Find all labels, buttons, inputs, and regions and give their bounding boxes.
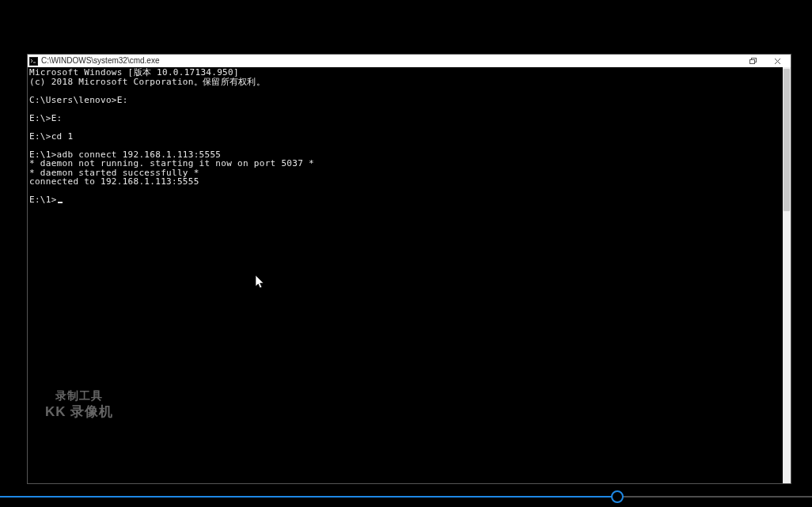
titlebar[interactable]: C:\WINDOWS\system32\cmd.exe <box>28 55 791 67</box>
cmd-window: C:\WINDOWS\system32\cmd.exe Microsoft Wi… <box>27 54 791 484</box>
window-title: C:\WINDOWS\system32\cmd.exe <box>41 55 159 67</box>
video-progress-filled <box>0 496 617 498</box>
close-button[interactable] <box>765 55 789 67</box>
text-cursor <box>58 202 63 203</box>
terminal-content[interactable]: Microsoft Windows [版本 10.0.17134.950] (c… <box>28 67 783 483</box>
video-progress-handle[interactable] <box>611 490 624 503</box>
svg-rect-4 <box>750 59 755 63</box>
terminal-area[interactable]: Microsoft Windows [版本 10.0.17134.950] (c… <box>28 67 791 483</box>
restore-button[interactable] <box>742 55 765 67</box>
svg-rect-1 <box>30 58 37 65</box>
restore-icon <box>749 58 757 65</box>
scrollbar-thumb[interactable] <box>784 69 790 211</box>
watermark-line2: KK 录像机 <box>45 403 113 420</box>
watermark-line1: 录制工具 <box>45 389 113 403</box>
recorder-watermark: 录制工具 KK 录像机 <box>45 389 113 420</box>
close-icon <box>774 58 781 65</box>
cmd-icon <box>29 57 38 66</box>
video-progress-track[interactable] <box>0 496 812 498</box>
vertical-scrollbar[interactable] <box>783 67 791 483</box>
